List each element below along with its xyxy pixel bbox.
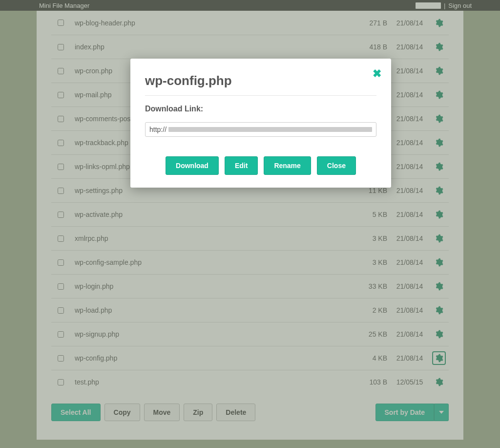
divider	[145, 95, 376, 96]
modal-actions: Download Edit Rename Close	[145, 156, 376, 175]
url-protocol: http://	[149, 126, 167, 133]
download-link-input[interactable]: http://	[145, 122, 376, 137]
download-button[interactable]: Download	[166, 156, 219, 175]
modal-title: wp-config.php	[145, 73, 376, 88]
download-link-label: Download Link:	[145, 105, 376, 113]
url-redacted	[168, 127, 372, 132]
close-button[interactable]: Close	[317, 156, 356, 175]
close-icon[interactable]: ✖	[373, 68, 381, 79]
file-actions-modal: ✖ wp-config.php Download Link: http:// D…	[130, 59, 391, 188]
edit-button[interactable]: Edit	[225, 156, 258, 175]
rename-button[interactable]: Rename	[264, 156, 311, 175]
